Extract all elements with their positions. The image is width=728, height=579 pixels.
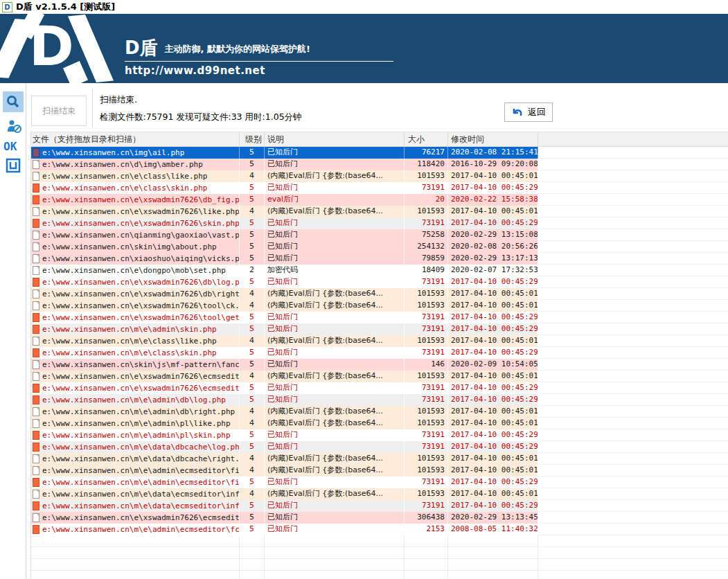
column-header-file[interactable]: 文件（支持拖放目录和扫描）	[31, 132, 240, 146]
file-path: e:\www.xinsanwen.cn\m\e\admin\pl\skin.ph…	[42, 430, 231, 441]
table-row[interactable]: e:\www.xinsanwen.cn\skin\img\about.php5已…	[31, 241, 728, 253]
table-row[interactable]: e:\www.xinsanwen.cn\e\dongpo\mob\set.php…	[31, 265, 728, 276]
table-row[interactable]: e:\www.xinsanwen.cn\e\xswadmin7626\tool\…	[31, 312, 728, 323]
file-path: e:\www.xinsanwen.cn\m\e\admin\db\right.p…	[42, 407, 235, 418]
column-header-level[interactable]: 级别	[240, 132, 265, 146]
file-path: e:\www.xinsanwen.cn\m\e\admin\ecmseditor…	[42, 465, 239, 476]
file-path: e:\www.xinsanwen.cn\m\e\class\like.php	[42, 336, 217, 347]
file-type-icon	[33, 242, 39, 251]
scan-status-text: 扫描结束. 检测文件数:75791 发现可疑文件:33 用时:1.05分钟	[100, 91, 302, 125]
brand-url: http://www.d99net.net	[125, 64, 393, 77]
table-row[interactable]: e:\www.xinsanwen.cn\e\xswadmin7626\ecmse…	[31, 382, 728, 394]
sidebar-item-scan[interactable]	[3, 91, 24, 112]
table-row[interactable]: e:\www.xinsanwen.cn\m\e\admin\pl\skin.ph…	[31, 429, 728, 441]
file-path: e:\www.xinsanwen.cn\e\class\like.php	[42, 171, 207, 182]
file-type-icon	[33, 443, 39, 452]
toolbar-divider	[92, 89, 93, 127]
user-block-icon	[6, 118, 22, 134]
scan-results-table: 文件（支持拖放目录和扫描） 级别 说明 大小 修改时间 e:\www.xinsa…	[30, 132, 728, 579]
file-type-icon	[33, 360, 39, 369]
table-row[interactable]: e:\www.xinsanwen.cn\m\e\data\dbcache\rig…	[31, 453, 728, 465]
file-type-icon	[33, 395, 39, 404]
file-type-icon	[33, 290, 39, 299]
empty-row	[31, 535, 728, 547]
file-type-icon	[33, 466, 39, 475]
file-path: e:\www.xinsanwen.cn\skin\img\about.php	[42, 242, 217, 253]
file-path: e:\www.xinsanwen.cn\skin\js\mf-pattern\f…	[42, 359, 239, 371]
table-row[interactable]: e:\www.xinsanwen.cn\m\e\admin\db\right.p…	[31, 406, 728, 418]
empty-row	[31, 547, 728, 559]
file-type-icon	[33, 184, 39, 193]
table-row[interactable]: e:\www.xinsanwen.cn\e\class\skin.php5已知后…	[31, 182, 728, 194]
app-icon: D	[2, 2, 12, 12]
file-type-icon	[33, 348, 39, 357]
column-header-desc[interactable]: 说明	[265, 132, 405, 146]
file-path: e:\www.xinsanwen.cn\qianming\gaoxiao\vas…	[42, 230, 239, 241]
column-header-size[interactable]: 大小	[405, 132, 448, 146]
table-row[interactable]: e:\www.xinsanwen.cn\m\e\data\ecmseditor\…	[31, 500, 728, 512]
table-body: e:\www.xinsanwen.cn\img\ail.php5已知后门7621…	[31, 147, 728, 579]
table-row[interactable]: e:\www.xinsanwen.cn\skin\js\mf-pattern\f…	[31, 359, 728, 371]
table-row[interactable]: e:\www.xinsanwen.cn\e\xswadmin7626\db_fi…	[31, 194, 728, 206]
table-row[interactable]: e:\www.xinsanwen.cn\xiaoshuo\aiqing\vick…	[31, 253, 728, 265]
file-path: e:\www.xinsanwen.cn\e\xswadmin7626\tool\…	[42, 312, 239, 323]
file-type-icon	[33, 478, 39, 487]
file-type-icon	[33, 231, 39, 240]
file-type-icon	[33, 525, 39, 534]
sidebar: OK	[0, 83, 26, 579]
return-button[interactable]: 返回	[504, 103, 553, 122]
file-path: e:\www.xinsanwen.cn\m\e\admin\db\log.php	[42, 395, 226, 406]
brand-divider	[125, 61, 393, 62]
brand-name: D盾	[125, 39, 158, 57]
file-type-icon	[33, 254, 39, 263]
return-button-label: 返回	[528, 106, 546, 118]
scan-status-button[interactable]: 扫描结束	[31, 96, 87, 126]
table-row[interactable]: e:\www.xinsanwen.cn\m\e\admin\ecmseditor…	[31, 524, 728, 535]
table-row[interactable]: e:\www.xinsanwen.cn\e\xswadmin7626\skin.…	[31, 217, 728, 229]
title-bar: D D盾 v2.1.5.4 [测试版]	[0, 0, 728, 14]
status-line-1: 扫描结束.	[100, 91, 302, 108]
table-row[interactable]: e:\www.xinsanwen.cn\e\xswadmin7626\db\lo…	[31, 276, 728, 288]
file-path: e:\www.xinsanwen.cn\e\xswadmin7626\tool\…	[42, 301, 239, 312]
table-row[interactable]: e:\www.xinsanwen.cn\m\e\class\like.php4(…	[31, 335, 728, 347]
table-row[interactable]: e:\www.xinsanwen.cn\e\xswadmin7626\ecmse…	[31, 371, 728, 382]
table-row[interactable]: e:\www.xinsanwen.cn\m\e\admin\skin.php5已…	[31, 323, 728, 335]
brand-tagline: 主动防御, 默默为你的网站保驾护航!	[165, 43, 310, 55]
file-type-icon	[33, 454, 39, 463]
file-type-icon	[33, 172, 39, 181]
search-icon	[6, 94, 21, 109]
sidebar-item-user-block[interactable]	[6, 118, 22, 134]
sidebar-item-ok[interactable]: OK	[3, 140, 17, 153]
file-path: e:\www.xinsanwen.cn\m\e\data\ecmseditor\…	[42, 501, 239, 512]
sidebar-item-window[interactable]	[6, 158, 21, 173]
table-row[interactable]: e:\www.xinsanwen.cn\m\e\class\skin.php5已…	[31, 347, 728, 359]
table-row[interactable]: e:\www.xinsanwen.cn\d\img\amber.php5已知后门…	[31, 159, 728, 170]
file-path: e:\www.xinsanwen.cn\e\xswadmin7626\db\lo…	[42, 277, 239, 288]
status-line-2: 检测文件数:75791 发现可疑文件:33 用时:1.05分钟	[100, 108, 302, 125]
file-path: e:\www.xinsanwen.cn\img\ail.php	[42, 148, 184, 159]
table-row[interactable]: e:\www.xinsanwen.cn\m\e\admin\ecmseditor…	[31, 465, 728, 476]
file-type-icon	[33, 407, 39, 416]
table-row[interactable]: e:\www.xinsanwen.cn\e\xswadmin7626\tool\…	[31, 300, 728, 312]
window-title: D盾 v2.1.5.4 [测试版]	[16, 1, 115, 13]
file-type-icon	[33, 419, 39, 428]
table-row[interactable]: e:\www.xinsanwen.cn\m\e\admin\ecmseditor…	[31, 476, 728, 488]
toolbar: 扫描结束 扫描结束. 检测文件数:75791 发现可疑文件:33 用时:1.05…	[27, 83, 728, 132]
table-row[interactable]: e:\www.xinsanwen.cn\e\xswadmin7626\like.…	[31, 206, 728, 217]
file-type-icon	[33, 325, 39, 334]
file-path: e:\www.xinsanwen.cn\e\xswadmin7626\db\ri…	[42, 289, 239, 300]
table-row[interactable]: e:\www.xinsanwen.cn\e\class\like.php4(内藏…	[31, 170, 728, 182]
file-type-icon	[33, 278, 39, 287]
table-row[interactable]: e:\www.xinsanwen.cn\m\e\data\dbcache\log…	[31, 441, 728, 453]
table-row[interactable]: e:\www.xinsanwen.cn\m\e\data\ecmseditor\…	[31, 488, 728, 500]
table-row[interactable]: e:\www.xinsanwen.cn\qianming\gaoxiao\vas…	[31, 229, 728, 241]
column-header-mtime[interactable]: 修改时间	[448, 132, 538, 146]
table-row[interactable]: e:\www.xinsanwen.cn\e\xswadmin7626\db\ri…	[31, 288, 728, 300]
table-row[interactable]: e:\www.xinsanwen.cn\e\xswadmin7626\ecmse…	[31, 512, 728, 524]
table-row[interactable]: e:\www.xinsanwen.cn\m\e\admin\db\log.php…	[31, 394, 728, 406]
file-type-icon	[33, 195, 39, 204]
column-header-filler	[538, 132, 728, 146]
table-row[interactable]: e:\www.xinsanwen.cn\m\e\admin\pl\like.ph…	[31, 418, 728, 429]
table-row[interactable]: e:\www.xinsanwen.cn\img\ail.php5已知后门7621…	[31, 147, 728, 159]
file-path: e:\www.xinsanwen.cn\m\e\admin\ecmseditor…	[42, 477, 239, 488]
